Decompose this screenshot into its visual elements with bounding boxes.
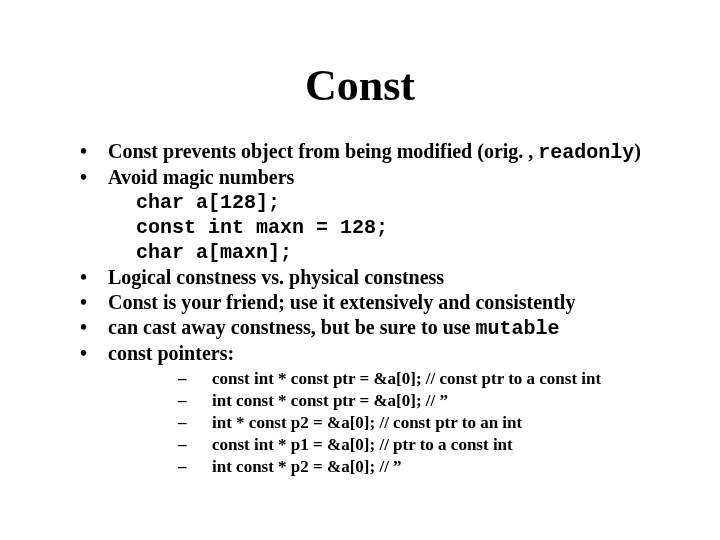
- sub-bullet-item: const int * p1 = &a[0]; // ptr to a cons…: [178, 434, 670, 456]
- page-title: Const: [50, 60, 670, 111]
- bullet-item: Const is your friend; use it extensively…: [80, 290, 670, 315]
- bullet-text: const pointers:: [108, 342, 234, 364]
- code-block: char a[128]; const int maxn = 128; char …: [136, 190, 670, 265]
- bullet-text: Const prevents object from being modifie…: [108, 140, 538, 162]
- sub-bullet-text: const int * const ptr = &a[0]; // const …: [212, 369, 601, 388]
- bullet-item: Avoid magic numbers char a[128]; const i…: [80, 165, 670, 265]
- inline-code: mutable: [475, 317, 559, 340]
- sub-bullet-item: int const * const ptr = &a[0]; // ”: [178, 390, 670, 412]
- sub-bullet-text: int * const p2 = &a[0]; // const ptr to …: [212, 413, 522, 432]
- bullet-text: Const is your friend; use it extensively…: [108, 291, 575, 313]
- sub-bullet-item: int const * p2 = &a[0]; // ”: [178, 456, 670, 478]
- slide: Const Const prevents object from being m…: [0, 0, 720, 540]
- bullet-text: can cast away constness, but be sure to …: [108, 316, 475, 338]
- bullet-text-tail: ): [634, 140, 641, 162]
- bullet-item: Const prevents object from being modifie…: [80, 139, 670, 165]
- bullet-item: can cast away constness, but be sure to …: [80, 315, 670, 341]
- bullet-item: const pointers: const int * const ptr = …: [80, 341, 670, 478]
- bullet-item: Logical constness vs. physical constness: [80, 265, 670, 290]
- bullet-text: Logical constness vs. physical constness: [108, 266, 444, 288]
- sub-bullet-text: const int * p1 = &a[0]; // ptr to a cons…: [212, 435, 513, 454]
- sub-bullet-text: int const * const ptr = &a[0]; // ”: [212, 391, 448, 410]
- bullet-list: Const prevents object from being modifie…: [80, 139, 670, 478]
- bullet-text: Avoid magic numbers: [108, 166, 294, 188]
- sub-bullet-item: const int * const ptr = &a[0]; // const …: [178, 368, 670, 390]
- sub-bullet-list: const int * const ptr = &a[0]; // const …: [178, 368, 670, 478]
- inline-code: readonly: [538, 141, 634, 164]
- sub-bullet-item: int * const p2 = &a[0]; // const ptr to …: [178, 412, 670, 434]
- sub-bullet-text: int const * p2 = &a[0]; // ”: [212, 457, 402, 476]
